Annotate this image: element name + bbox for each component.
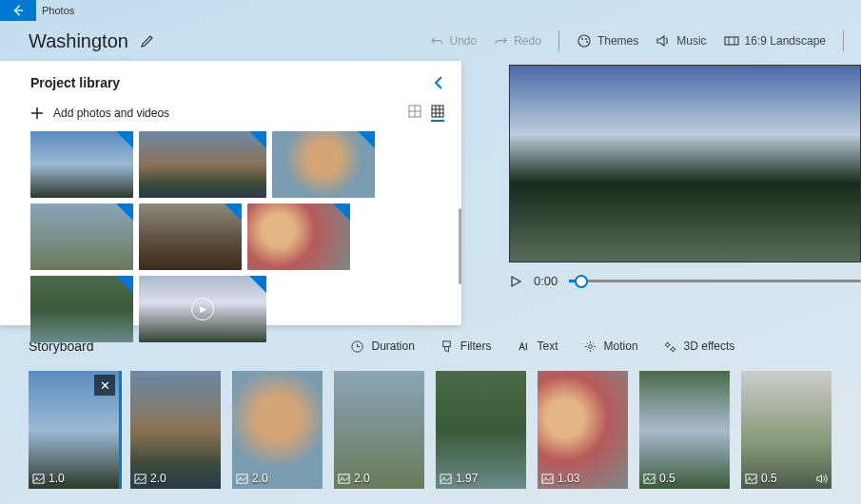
aspect-label: 16:9 Landscape: [745, 34, 826, 48]
music-label: Music: [676, 34, 706, 48]
image-icon: [32, 473, 45, 485]
storyboard-clip[interactable]: ✕1.0: [29, 371, 119, 489]
storyboard-clip[interactable]: 2.0: [334, 371, 424, 489]
pencil-icon: [140, 33, 155, 48]
storyboard-section: Storyboard Duration Filters Text Motion …: [0, 325, 861, 489]
redo-label: Redo: [514, 34, 541, 48]
play-overlay: ▶: [139, 276, 266, 342]
clip-duration-badge: 1.03: [541, 472, 579, 485]
clip-duration-badge: 2.0: [134, 472, 166, 485]
play-button[interactable]: [509, 275, 522, 288]
timeline-slider[interactable]: [569, 280, 861, 282]
image-icon: [541, 473, 554, 485]
library-thumbnail[interactable]: [30, 276, 133, 342]
undo-button[interactable]: Undo: [430, 34, 478, 48]
add-media-button[interactable]: Add photos and videos: [30, 107, 169, 120]
used-indicator: [116, 276, 133, 293]
used-indicator: [333, 204, 350, 221]
chevron-left-icon: [433, 74, 444, 91]
header-actions: Undo Redo Themes Music 16:9 Landscape: [430, 30, 844, 51]
motion-icon: [583, 339, 597, 354]
clip-duration-badge: 2.0: [338, 472, 370, 485]
storyboard-clip[interactable]: 2.0: [232, 371, 323, 489]
library-thumbnail[interactable]: [30, 131, 133, 198]
divider: [558, 30, 559, 51]
used-indicator: [116, 131, 133, 148]
sound-icon: [815, 473, 828, 485]
plus-icon: [30, 107, 44, 120]
svg-rect-4: [725, 37, 738, 45]
storyboard-clip[interactable]: 1.03: [538, 371, 628, 489]
undo-label: Undo: [450, 34, 478, 48]
clip-duration-badge: 0.5: [643, 472, 675, 485]
back-button[interactable]: [0, 0, 36, 21]
redo-button[interactable]: Redo: [494, 34, 541, 48]
library-scrollbar[interactable]: [459, 208, 461, 284]
aspect-icon: [724, 33, 739, 48]
library-thumbnail[interactable]: [247, 204, 350, 270]
image-icon: [338, 473, 350, 485]
text-icon: [517, 339, 531, 354]
clip-duration-badge: 1.97: [440, 472, 478, 485]
library-thumbnail[interactable]: ▶: [139, 276, 266, 342]
grid-large-icon: [431, 105, 444, 118]
filters-button[interactable]: Filters: [440, 339, 492, 354]
music-button[interactable]: Music: [656, 33, 706, 48]
clip-duration-badge: 1.0: [32, 472, 65, 485]
image-icon: [440, 473, 452, 485]
redo-icon: [494, 34, 508, 48]
library-thumbnail[interactable]: [139, 204, 242, 270]
palette-icon: [577, 33, 592, 48]
image-icon: [745, 473, 757, 485]
project-library-panel: Project library Add photos and videos ▶: [0, 61, 461, 325]
themes-label: Themes: [597, 34, 638, 48]
used-indicator: [225, 204, 242, 221]
used-indicator: [116, 204, 133, 221]
library-thumbnail[interactable]: [272, 131, 375, 198]
playback-time: 0:00: [534, 274, 558, 288]
storyboard-clip[interactable]: 0.5: [639, 371, 730, 489]
preview-frame[interactable]: [509, 65, 861, 262]
used-indicator: [358, 131, 375, 148]
rename-button[interactable]: [140, 33, 155, 48]
app-name: Photos: [36, 5, 74, 16]
view-small-button[interactable]: [408, 105, 421, 122]
storyboard-clip[interactable]: 0.5: [741, 371, 832, 489]
library-thumbnail[interactable]: [30, 204, 133, 270]
motion-button[interactable]: Motion: [583, 339, 638, 354]
storyboard-clip[interactable]: 2.0: [130, 371, 221, 489]
svg-point-2: [585, 38, 587, 40]
clip-duration-badge: 2.0: [236, 472, 268, 485]
library-thumbnail[interactable]: [139, 131, 266, 198]
arrow-left-icon: [11, 4, 25, 17]
library-title: Project library: [30, 75, 120, 90]
project-title: Washington: [29, 30, 128, 52]
titlebar: Photos: [0, 0, 861, 21]
themes-button[interactable]: Themes: [577, 33, 638, 48]
svg-rect-10: [432, 106, 443, 117]
play-icon: [509, 275, 522, 288]
storyboard-clip[interactable]: 1.97: [436, 371, 526, 489]
aspect-button[interactable]: 16:9 Landscape: [724, 33, 826, 48]
view-large-button[interactable]: [431, 105, 444, 122]
undo-icon: [430, 34, 444, 48]
image-icon: [236, 473, 248, 485]
divider: [843, 30, 844, 51]
header: Washington Undo Redo Themes Music 16:9 L…: [0, 21, 861, 61]
image-icon: [643, 473, 656, 485]
svg-point-1: [581, 38, 583, 40]
collapse-library-button[interactable]: [433, 74, 444, 91]
svg-point-0: [578, 35, 590, 47]
add-media-label: Add photos and videos: [53, 107, 169, 120]
preview-area: 0:00: [461, 61, 861, 325]
3d-effects-button[interactable]: 3D effects: [663, 339, 735, 354]
text-button[interactable]: Text: [517, 339, 558, 354]
grid-small-icon: [408, 105, 421, 118]
remove-clip-button[interactable]: ✕: [94, 375, 115, 396]
speaker-icon: [656, 33, 671, 48]
svg-point-17: [588, 344, 592, 348]
clip-duration-badge: 0.5: [745, 472, 777, 485]
image-icon: [134, 473, 147, 485]
used-indicator: [249, 131, 266, 148]
svg-point-3: [586, 41, 588, 43]
